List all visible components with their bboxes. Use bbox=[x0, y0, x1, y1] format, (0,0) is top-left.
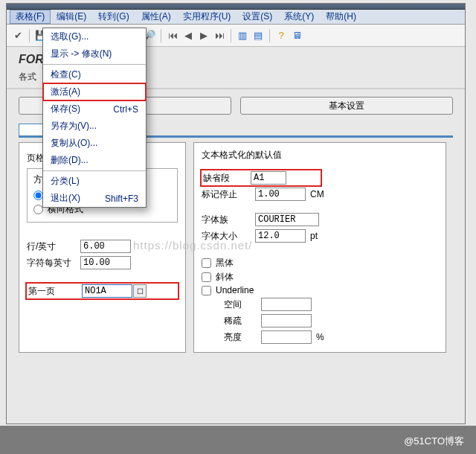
label-bold: 黑体 bbox=[216, 257, 234, 269]
help-icon[interactable]: ? bbox=[274, 29, 288, 42]
label-cpi: 字符每英寸 bbox=[27, 257, 80, 269]
menu-attr[interactable]: 属性(A) bbox=[135, 10, 177, 23]
menu-display-change[interactable]: 显示 -> 修改(N) bbox=[43, 45, 146, 63]
menu-delete[interactable]: 删除(D)... bbox=[43, 152, 146, 169]
menu-goto[interactable]: 转到(G) bbox=[92, 10, 135, 23]
button-basic-settings[interactable]: 基本设置 bbox=[240, 97, 453, 115]
label-defpara: 缺省段 bbox=[203, 172, 251, 185]
menu-check[interactable]: 检查(C) bbox=[43, 66, 146, 83]
last-icon[interactable]: ⏭ bbox=[213, 29, 226, 42]
valuehelp-firstpage[interactable]: ☐ bbox=[133, 284, 147, 298]
panel-text-defaults: 文本格式化的默认值 缺省段 标记停止 CM 字体族 字体大小 pt bbox=[193, 142, 446, 353]
prev-icon[interactable]: ◀ bbox=[181, 29, 195, 42]
shortcut-exit: Shift+F3 bbox=[105, 194, 138, 204]
menu-edit[interactable]: 编辑(E) bbox=[51, 10, 92, 23]
label-firstpage: 第一页 bbox=[28, 285, 82, 298]
menu-save[interactable]: 保存(S)Ctrl+S bbox=[43, 100, 146, 118]
input-space[interactable] bbox=[261, 298, 312, 311]
label-bright: 亮度 bbox=[224, 331, 261, 344]
first-icon[interactable]: ⏮ bbox=[166, 29, 179, 42]
sub-pageformat[interactable]: 各式 bbox=[19, 71, 36, 83]
check-underline[interactable] bbox=[202, 286, 211, 295]
input-sparse[interactable] bbox=[261, 314, 312, 327]
input-fontsize[interactable] bbox=[255, 229, 306, 243]
session-icon[interactable]: 🖥 bbox=[290, 29, 303, 42]
input-tabstop[interactable] bbox=[255, 188, 306, 201]
menu-util[interactable]: 实用程序(U) bbox=[177, 10, 237, 23]
layout2-icon[interactable]: ▤ bbox=[251, 29, 265, 42]
menu-copyfrom[interactable]: 复制从(O)... bbox=[43, 135, 146, 152]
input-cpi[interactable] bbox=[80, 256, 131, 269]
shortcut-save: Ctrl+S bbox=[113, 104, 138, 115]
label-tabstop: 标记停止 bbox=[202, 188, 255, 201]
unit-tabstop: CM bbox=[310, 189, 324, 199]
check-italic[interactable] bbox=[202, 272, 211, 282]
title-bar bbox=[7, 4, 465, 10]
label-textdefaults: 文本格式化的默认值 bbox=[202, 149, 438, 162]
label-fontsize: 字体大小 bbox=[202, 230, 255, 243]
check-bold[interactable] bbox=[202, 258, 211, 268]
menu-select[interactable]: 选取(G)... bbox=[43, 28, 146, 45]
label-underline: Underline bbox=[216, 285, 254, 295]
layout1-icon[interactable]: ▥ bbox=[236, 29, 249, 42]
menu-classify[interactable]: 分类(L) bbox=[43, 173, 146, 190]
menu-activate[interactable]: 激活(A) bbox=[43, 83, 146, 100]
label-space: 空间 bbox=[224, 298, 261, 311]
check-icon[interactable]: ✔ bbox=[11, 29, 25, 42]
next-icon[interactable]: ▶ bbox=[197, 29, 210, 42]
menu-help[interactable]: 帮助(H) bbox=[320, 10, 362, 23]
menu-system[interactable]: 系统(Y) bbox=[278, 10, 320, 23]
footer-tag: @51CTO博客 bbox=[398, 433, 470, 450]
menu-settings[interactable]: 设置(S) bbox=[237, 10, 278, 23]
label-italic: 斜体 bbox=[216, 271, 234, 284]
input-bright[interactable] bbox=[261, 330, 312, 344]
input-defpara[interactable] bbox=[251, 171, 286, 185]
unit-fontsize: pt bbox=[310, 231, 318, 241]
menu-saveas[interactable]: 另存为(V)... bbox=[43, 118, 146, 135]
input-firstpage[interactable] bbox=[82, 284, 132, 298]
menu-file-dropdown: 选取(G)... 显示 -> 修改(N) 检查(C) 激活(A) 保存(S)Ct… bbox=[42, 28, 147, 208]
menubar: 表格(F) 编辑(E) 转到(G) 属性(A) 实用程序(U) 设置(S) 系统… bbox=[7, 10, 465, 25]
input-lpi[interactable] bbox=[80, 240, 131, 253]
menu-file[interactable]: 表格(F) bbox=[10, 10, 51, 24]
unit-pct: % bbox=[316, 332, 324, 342]
input-fontfam[interactable] bbox=[255, 213, 319, 226]
label-lpi: 行/英寸 bbox=[27, 240, 80, 253]
menu-exit[interactable]: 退出(X)Shift+F3 bbox=[43, 190, 146, 207]
label-sparse: 稀疏 bbox=[224, 315, 261, 327]
label-fontfam: 字体族 bbox=[202, 214, 255, 226]
